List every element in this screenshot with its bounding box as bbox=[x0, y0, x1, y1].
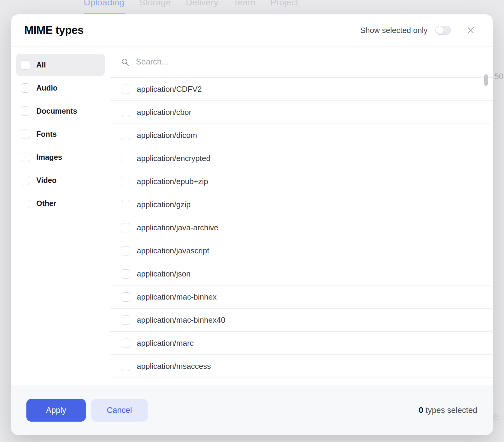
scrollbar-thumb[interactable] bbox=[484, 74, 488, 86]
sidebar-category[interactable]: All bbox=[16, 54, 105, 76]
dialog-footer: Apply Cancel 0 types selected bbox=[11, 385, 493, 435]
category-label: Fonts bbox=[36, 130, 57, 139]
mime-type-checkbox[interactable] bbox=[121, 177, 130, 186]
mime-type-checkbox[interactable] bbox=[121, 339, 130, 348]
active-tab-underline bbox=[84, 13, 125, 14]
mime-type-row[interactable]: application/encrypted bbox=[110, 147, 493, 170]
mime-type-label: application/json bbox=[137, 269, 190, 279]
mime-type-list[interactable]: application/CDFV2 application/cbor appli… bbox=[110, 78, 493, 385]
category-sidebar: All Audio Documents Fonts Images Video O… bbox=[11, 46, 110, 385]
mime-type-checkbox[interactable] bbox=[121, 269, 130, 279]
mime-type-label: application/java-archive bbox=[137, 223, 218, 232]
mime-type-checkbox[interactable] bbox=[121, 85, 130, 94]
sidebar-category[interactable]: Images bbox=[16, 146, 105, 168]
sidebar-category[interactable]: Video bbox=[16, 169, 105, 191]
mime-type-label: application/javascript bbox=[137, 246, 209, 255]
mime-type-row[interactable]: application/mac-binhex40 bbox=[110, 309, 493, 332]
background-tab: Project bbox=[270, 0, 298, 7]
apply-button[interactable]: Apply bbox=[26, 399, 86, 422]
category-label: All bbox=[36, 61, 46, 69]
mime-type-row[interactable]: application/msword bbox=[110, 378, 493, 385]
mime-type-row[interactable]: application/json bbox=[110, 262, 493, 285]
show-selected-only-toggle[interactable] bbox=[435, 26, 451, 35]
mime-type-checkbox[interactable] bbox=[121, 131, 130, 140]
category-checkbox[interactable] bbox=[21, 106, 30, 116]
search-input[interactable] bbox=[136, 57, 406, 67]
mime-type-checkbox[interactable] bbox=[121, 154, 130, 163]
mime-type-row[interactable]: application/cbor bbox=[110, 101, 493, 124]
category-checkbox[interactable] bbox=[21, 130, 30, 139]
mime-type-row[interactable]: application/dicom bbox=[110, 124, 493, 147]
search-bar bbox=[110, 46, 493, 78]
background-partial-number: 50 bbox=[494, 72, 503, 81]
selected-count-number: 0 bbox=[419, 406, 423, 415]
mime-type-label: application/epub+zip bbox=[137, 177, 208, 186]
mime-list-panel: application/CDFV2 application/cbor appli… bbox=[110, 46, 493, 385]
sidebar-category[interactable]: Fonts bbox=[16, 123, 105, 145]
category-label: Audio bbox=[36, 84, 58, 92]
category-label: Other bbox=[36, 199, 56, 208]
mime-type-row[interactable]: application/javascript bbox=[110, 239, 493, 262]
background-tab-bar: UploadingStorageDeliveryTeamProject bbox=[84, 0, 298, 7]
mime-type-checkbox[interactable] bbox=[121, 315, 130, 325]
mime-type-label: application/cbor bbox=[137, 108, 191, 117]
background-tab: Delivery bbox=[186, 0, 218, 7]
background-tab: Uploading bbox=[84, 0, 124, 7]
mime-type-checkbox[interactable] bbox=[121, 108, 130, 117]
toggle-knob bbox=[436, 26, 444, 34]
mime-type-label: application/encrypted bbox=[137, 154, 211, 163]
close-icon bbox=[466, 26, 475, 35]
mime-type-row[interactable]: application/epub+zip bbox=[110, 170, 493, 193]
mime-type-row[interactable]: application/mac-binhex bbox=[110, 285, 493, 309]
mime-type-row[interactable]: application/java-archive bbox=[110, 216, 493, 239]
sidebar-category[interactable]: Audio bbox=[16, 77, 105, 99]
mime-type-checkbox[interactable] bbox=[121, 200, 130, 209]
cancel-button[interactable]: Cancel bbox=[91, 399, 148, 422]
category-checkbox[interactable] bbox=[21, 153, 30, 162]
mime-type-label: application/msaccess bbox=[137, 362, 211, 371]
mime-type-label: application/mac-binhex bbox=[137, 292, 217, 302]
selected-count: 0 types selected bbox=[419, 406, 477, 415]
sidebar-category[interactable]: Documents bbox=[16, 100, 105, 122]
dialog-body: All Audio Documents Fonts Images Video O… bbox=[11, 46, 493, 385]
mime-type-label: application/msword bbox=[137, 385, 204, 386]
background-tab: Team bbox=[233, 0, 255, 7]
dialog-title: MIME types bbox=[24, 24, 84, 37]
category-checkbox[interactable] bbox=[21, 83, 30, 93]
mime-type-checkbox[interactable] bbox=[121, 223, 130, 232]
mime-type-label: application/marc bbox=[137, 339, 194, 348]
sidebar-category[interactable]: Other bbox=[16, 192, 105, 214]
background-tab: Storage bbox=[139, 0, 171, 7]
mime-type-row[interactable]: application/gzip bbox=[110, 193, 493, 216]
background-partial-text: e bbox=[493, 410, 499, 423]
category-checkbox[interactable] bbox=[21, 60, 30, 70]
selected-count-suffix: types selected bbox=[423, 406, 477, 415]
mime-type-checkbox[interactable] bbox=[121, 362, 130, 371]
category-checkbox[interactable] bbox=[21, 176, 30, 185]
close-button[interactable] bbox=[466, 25, 476, 35]
search-icon bbox=[121, 58, 129, 66]
mime-type-label: application/CDFV2 bbox=[137, 85, 202, 94]
mime-type-checkbox[interactable] bbox=[121, 292, 130, 302]
mime-type-row[interactable]: application/marc bbox=[110, 332, 493, 355]
show-selected-only-label: Show selected only bbox=[360, 26, 428, 35]
mime-type-checkbox[interactable] bbox=[121, 385, 130, 386]
dialog-header: MIME types Show selected only bbox=[11, 14, 493, 46]
mime-type-label: application/gzip bbox=[137, 200, 190, 209]
category-checkbox[interactable] bbox=[21, 199, 30, 208]
category-label: Video bbox=[36, 176, 57, 185]
mime-type-row[interactable]: application/msaccess bbox=[110, 355, 493, 378]
category-label: Documents bbox=[36, 107, 77, 115]
mime-type-label: application/dicom bbox=[137, 131, 197, 140]
mime-types-dialog: MIME types Show selected only All Audio … bbox=[11, 14, 493, 435]
mime-type-row[interactable]: application/CDFV2 bbox=[110, 78, 493, 101]
mime-type-label: application/mac-binhex40 bbox=[137, 315, 225, 325]
mime-type-checkbox[interactable] bbox=[121, 246, 130, 255]
category-label: Images bbox=[36, 153, 62, 162]
